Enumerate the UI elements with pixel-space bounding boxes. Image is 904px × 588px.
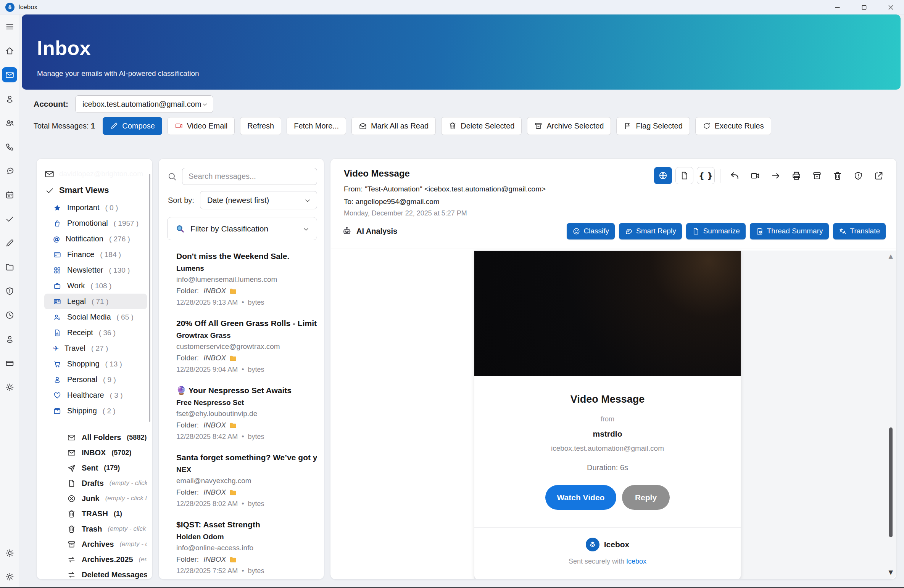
scroll-down-arrow[interactable]: ▼ — [888, 569, 893, 576]
scroll-up-arrow[interactable]: ▲ — [888, 253, 893, 260]
smart-view-social-media[interactable]: Social Media( 65 ) — [44, 309, 147, 325]
folder-all-folders[interactable]: All Folders(5882) — [44, 430, 147, 445]
smart-view-important[interactable]: Important( 0 ) — [44, 200, 147, 215]
spam-action[interactable] — [849, 167, 867, 184]
mark-all-read-button[interactable]: Mark All as Read — [351, 117, 436, 135]
message-item[interactable]: Don't miss the Weekend Sale.Lumensinfo@l… — [166, 246, 319, 313]
home-icon — [5, 46, 15, 56]
archive-action[interactable] — [808, 167, 825, 184]
view-plain-toggle[interactable] — [675, 167, 693, 184]
rail-item-tasks[interactable] — [2, 211, 17, 227]
smart-view-receipt[interactable]: Receipt( 36 ) — [44, 325, 147, 341]
mail-icon — [44, 169, 55, 179]
smart-view-notification[interactable]: @Notification( 276 ) — [44, 231, 147, 247]
smart-view-shopping[interactable]: Shopping( 13 ) — [44, 356, 147, 372]
execute-rules-button[interactable]: Execute Rules — [695, 117, 771, 135]
fetch-more-button[interactable]: Fetch More... — [287, 117, 346, 135]
trash-icon — [67, 525, 76, 533]
forward-action[interactable] — [767, 167, 784, 184]
filter-by-classification[interactable]: Filter by Classification — [167, 217, 317, 240]
smart-view-promotional[interactable]: Promotional( 1957 ) — [44, 215, 147, 231]
rail-item-messages[interactable] — [2, 163, 17, 178]
rail-item-groups[interactable] — [2, 115, 17, 130]
rail-item-notes[interactable] — [2, 235, 17, 251]
smart-view-finance[interactable]: Finance( 184 ) — [44, 247, 147, 262]
folder-drafts[interactable]: Drafts(empty - click to fetch) — [44, 476, 147, 491]
watch-video-button[interactable]: Watch Video — [545, 485, 616, 510]
delete-selected-button[interactable]: Delete Selected — [441, 117, 522, 135]
folder-sent[interactable]: Sent(179) — [44, 460, 147, 476]
message-item[interactable]: 🔮 Your Nespresso Set AwaitsFree Nespress… — [166, 380, 319, 447]
view-source-toggle[interactable]: { } — [697, 167, 715, 184]
message-item[interactable]: $IQST: Asset StrengthHolden Odominfo@onl… — [166, 514, 319, 579]
translate-button[interactable]: Translate — [833, 223, 886, 239]
smart-reply-button[interactable]: Smart Reply — [619, 223, 682, 239]
email-date-line: Monday, December 22, 2025 at 5:27 PM — [344, 209, 683, 217]
smart-view-shipping[interactable]: Shipping( 2 ) — [44, 403, 147, 419]
video-email-button[interactable]: Video Email — [168, 117, 235, 135]
folder-junk[interactable]: Junk(empty - click to fetch) — [44, 491, 147, 506]
message-item[interactable]: Santa forget something? We’ve got you co… — [166, 447, 319, 514]
archive-selected-button[interactable]: Archive Selected — [527, 117, 611, 135]
rail-item-mail[interactable] — [2, 67, 17, 82]
smart-view-newsletter[interactable]: Newsletter( 130 ) — [44, 262, 147, 278]
smart-view-personal[interactable]: Personal( 9 ) — [44, 372, 147, 387]
folder-inbox[interactable]: INBOX(5702) — [44, 445, 147, 460]
close-button[interactable] — [877, 0, 904, 14]
refresh-button[interactable]: Refresh — [240, 117, 281, 135]
smart-view-healthcare[interactable]: Healthcare( 3 ) — [44, 387, 147, 403]
rail-item-calendar[interactable] — [2, 187, 17, 202]
newspaper-icon — [53, 297, 61, 306]
rail-item-calls[interactable] — [2, 139, 17, 154]
scrollbar-thumb[interactable] — [889, 427, 893, 537]
folder-archives-2025[interactable]: Archives.2025(empty - click to fetch) — [44, 552, 147, 567]
print-action[interactable] — [788, 167, 805, 184]
smart-views-list: Important( 0 )Promotional( 1957 )@Notifi… — [44, 200, 147, 419]
rail-item-home[interactable] — [2, 43, 17, 58]
thread-summary-button[interactable]: Thread Summary — [750, 223, 829, 239]
summarize-button[interactable]: Summarize — [686, 223, 746, 239]
rail-item-wallet[interactable] — [2, 355, 17, 371]
smart-view-legal[interactable]: Legal( 71 ) — [44, 294, 147, 309]
rail-item-settings-bottom[interactable] — [2, 569, 17, 584]
message-item[interactable]: 20% Off All Green Grass Rolls - Limited … — [166, 313, 319, 380]
rail-item-history[interactable] — [2, 307, 17, 323]
view-html-toggle[interactable] — [654, 167, 672, 184]
rail-item-menu[interactable] — [2, 19, 17, 34]
video-thumbnail[interactable] — [474, 251, 741, 376]
sort-value: Date (newest first) — [207, 196, 269, 205]
brand-name: Icebox — [604, 540, 630, 549]
maximize-button[interactable] — [851, 0, 877, 14]
folder-archives[interactable]: Archives(empty - click to fetch) — [44, 537, 147, 552]
folder-trash[interactable]: TRASH(1) — [44, 506, 147, 521]
classify-button[interactable]: Classify — [567, 223, 615, 239]
heart-icon — [53, 391, 61, 400]
total-messages-count: 1 — [91, 122, 95, 130]
search-input[interactable] — [182, 168, 317, 185]
compose-button[interactable]: Compose — [103, 117, 162, 135]
open-external-action[interactable] — [870, 167, 887, 184]
globe-icon — [658, 171, 668, 180]
folders-scrollbar[interactable] — [149, 174, 150, 422]
smart-view-travel[interactable]: ✈Travel( 27 ) — [44, 341, 147, 356]
delete-action[interactable] — [829, 167, 846, 184]
rail-item-theme-toggle[interactable] — [2, 545, 17, 561]
mail-icon — [44, 169, 55, 179]
folder-trash[interactable]: Trash(empty - click to fetch) — [44, 521, 147, 537]
minimize-button[interactable] — [824, 0, 851, 14]
sort-select[interactable]: Date (newest first) — [200, 191, 317, 209]
flag-selected-button[interactable]: Flag Selected — [616, 117, 690, 135]
rail-item-security[interactable] — [2, 283, 17, 299]
folder-deleted-messages[interactable]: Deleted Messages(empty - click to fetch) — [44, 567, 147, 579]
rail-item-contacts[interactable] — [2, 91, 17, 106]
icebox-link[interactable]: Icebox — [626, 557, 646, 565]
rail-item-files[interactable] — [2, 259, 17, 275]
reply-button[interactable]: Reply — [622, 485, 670, 510]
smart-view-work[interactable]: Work( 108 ) — [44, 278, 147, 294]
video-reply-action[interactable] — [746, 167, 764, 184]
reply-action[interactable] — [726, 167, 743, 184]
rail-item-profile[interactable] — [2, 331, 17, 347]
account-select[interactable]: icebox.test.automation@gmail.com — [75, 95, 213, 113]
bag-icon — [53, 219, 61, 228]
rail-item-settings[interactable] — [2, 379, 17, 395]
